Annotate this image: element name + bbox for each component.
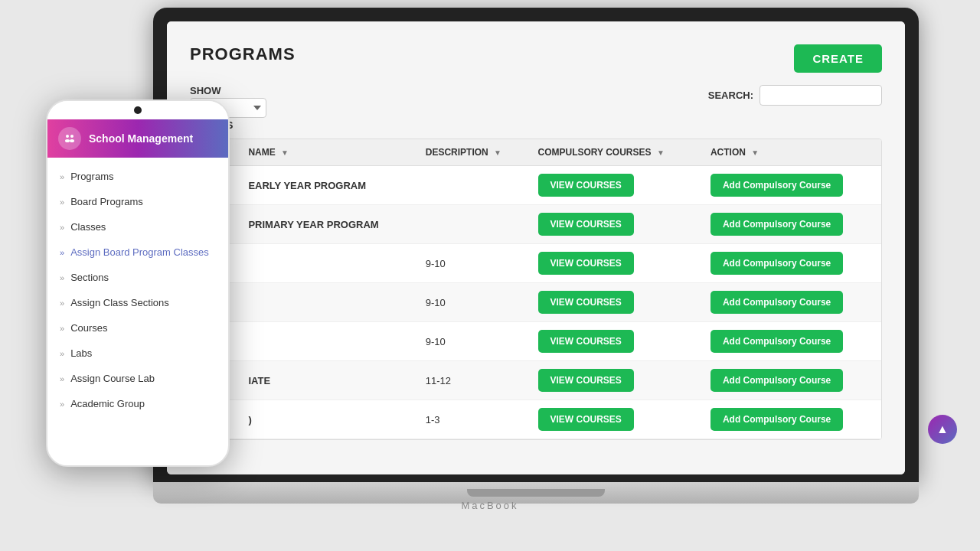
nav-item-label: Classes: [70, 221, 106, 233]
cell-name: ): [239, 400, 416, 439]
add-compulsory-button[interactable]: Add Compulsory Course: [710, 369, 843, 392]
add-compulsory-button[interactable]: Add Compulsory Course: [710, 408, 843, 431]
svg-point-0: [66, 135, 69, 138]
nav-item-label: Labs: [70, 347, 92, 359]
programs-table: ID ▲ NAME ▼ DESCRIPTION ▼ COMPULSORY COU…: [191, 139, 881, 439]
chevron-right-icon: »: [60, 349, 64, 358]
chevron-up-icon: ▲: [936, 422, 949, 436]
phone-nav-item[interactable]: »Assign Class Sections: [47, 290, 228, 315]
programs-app: PROGRAMS CREATE SHOW 10 25 50 100 ENTRIE…: [167, 21, 905, 474]
phone: School Management »Programs»Board Progra…: [46, 99, 230, 467]
view-courses-button[interactable]: VIEW COURSES: [538, 408, 634, 431]
svg-point-3: [70, 139, 74, 142]
phone-nav-item[interactable]: »Classes: [47, 214, 228, 240]
desc-sort-icon: ▼: [494, 148, 501, 157]
table-row: 7)1-3VIEW COURSESAdd Compulsory Course: [191, 400, 881, 439]
view-courses-button[interactable]: VIEW COURSES: [538, 291, 634, 314]
view-courses-button[interactable]: VIEW COURSES: [538, 213, 634, 236]
cell-action: Add Compulsory Course: [701, 400, 881, 439]
nav-item-label: Courses: [70, 322, 107, 334]
app-header: PROGRAMS CREATE: [190, 44, 882, 73]
cell-compulsory: VIEW COURSES: [529, 400, 701, 439]
search-row: SEARCH:: [708, 85, 882, 106]
cell-compulsory: VIEW COURSES: [529, 205, 701, 244]
col-description: DESCRIPTION ▼: [416, 139, 529, 166]
controls-row: SHOW 10 25 50 100 ENTRIES SEARCH:: [190, 85, 882, 131]
phone-nav-item[interactable]: »Labs: [47, 341, 228, 366]
chevron-right-icon: »: [60, 223, 64, 232]
chevron-right-icon: »: [60, 399, 64, 409]
phone-nav: »Programs»Board Programs»Classes»Assign …: [47, 158, 228, 422]
action-sort-icon: ▼: [751, 148, 759, 157]
cell-description: 11-12: [416, 361, 529, 400]
cell-compulsory: VIEW COURSES: [529, 283, 701, 322]
table-row: 59-10VIEW COURSESAdd Compulsory Course: [191, 322, 881, 361]
col-action: ACTION ▼: [701, 139, 881, 166]
col-name: NAME ▼: [239, 139, 416, 166]
nav-item-label: Assign Board Program Classes: [70, 246, 209, 258]
cell-name: [239, 244, 416, 283]
school-management-icon: [58, 127, 81, 150]
scroll-up-button[interactable]: ▲: [928, 415, 957, 444]
cell-action: Add Compulsory Course: [701, 322, 881, 361]
cell-name: [239, 283, 416, 322]
phone-nav-item[interactable]: »Academic Group: [47, 391, 228, 416]
table-row: 6IATE11-12VIEW COURSESAdd Compulsory Cou…: [191, 361, 881, 400]
view-courses-button[interactable]: VIEW COURSES: [538, 330, 634, 353]
nav-item-label: Board Programs: [70, 196, 143, 207]
cell-action: Add Compulsory Course: [701, 166, 881, 205]
chevron-right-icon: »: [60, 248, 64, 257]
laptop-hinge: [467, 489, 605, 497]
cell-description: 9-10: [416, 322, 529, 361]
phone-header-title: School Management: [89, 132, 193, 145]
show-label: SHOW: [190, 85, 266, 96]
nav-item-label: Assign Course Lab: [70, 373, 155, 384]
cell-name: [239, 322, 416, 361]
nav-item-label: Academic Group: [70, 398, 145, 409]
chevron-right-icon: »: [60, 172, 64, 181]
laptop-screen: PROGRAMS CREATE SHOW 10 25 50 100 ENTRIE…: [167, 21, 905, 474]
phone-header: School Management: [47, 119, 228, 158]
phone-nav-item[interactable]: »Board Programs: [47, 189, 228, 214]
chevron-right-icon: »: [60, 374, 64, 383]
search-input[interactable]: [760, 85, 882, 106]
phone-nav-item[interactable]: »Assign Course Lab: [47, 366, 228, 391]
cell-name: EARLY YEAR PROGRAM: [239, 166, 416, 205]
nav-item-label: Programs: [70, 171, 113, 182]
cell-name: PRIMARY YEAR PROGRAM: [239, 205, 416, 244]
cell-description: 1-3: [416, 400, 529, 439]
cell-name: IATE: [239, 361, 416, 400]
phone-nav-item[interactable]: »Programs: [47, 164, 228, 189]
cell-compulsory: VIEW COURSES: [529, 361, 701, 400]
view-courses-button[interactable]: VIEW COURSES: [538, 369, 634, 392]
add-compulsory-button[interactable]: Add Compulsory Course: [710, 252, 843, 275]
view-courses-button[interactable]: VIEW COURSES: [538, 174, 634, 197]
add-compulsory-button[interactable]: Add Compulsory Course: [710, 291, 843, 314]
add-compulsory-button[interactable]: Add Compulsory Course: [710, 330, 843, 353]
cell-action: Add Compulsory Course: [701, 244, 881, 283]
phone-camera: [134, 106, 142, 114]
table-row: 39-10VIEW COURSESAdd Compulsory Course: [191, 244, 881, 283]
view-courses-button[interactable]: VIEW COURSES: [538, 252, 634, 275]
cell-compulsory: VIEW COURSES: [529, 322, 701, 361]
phone-nav-item[interactable]: »Courses: [47, 315, 228, 341]
add-compulsory-button[interactable]: Add Compulsory Course: [710, 174, 843, 197]
chevron-right-icon: »: [60, 273, 64, 282]
table-row: 2PRIMARY YEAR PROGRAMVIEW COURSESAdd Com…: [191, 205, 881, 244]
cell-description: 9-10: [416, 283, 529, 322]
add-compulsory-button[interactable]: Add Compulsory Course: [710, 213, 843, 236]
search-label: SEARCH:: [708, 90, 753, 101]
chevron-right-icon: »: [60, 324, 64, 333]
phone-nav-item[interactable]: »Sections: [47, 265, 228, 290]
phone-status-bar: [47, 101, 228, 119]
chevron-right-icon: »: [60, 298, 64, 308]
phone-nav-item[interactable]: »Assign Board Program Classes: [47, 240, 228, 265]
laptop: PROGRAMS CREATE SHOW 10 25 50 100 ENTRIE…: [153, 8, 919, 528]
name-sort-icon: ▼: [281, 148, 289, 157]
cell-description: [416, 205, 529, 244]
chevron-right-icon: »: [60, 197, 64, 207]
laptop-screen-border: PROGRAMS CREATE SHOW 10 25 50 100 ENTRIE…: [153, 8, 919, 482]
cell-action: Add Compulsory Course: [701, 361, 881, 400]
page-title: PROGRAMS: [190, 44, 296, 64]
create-button[interactable]: CREATE: [794, 44, 882, 73]
